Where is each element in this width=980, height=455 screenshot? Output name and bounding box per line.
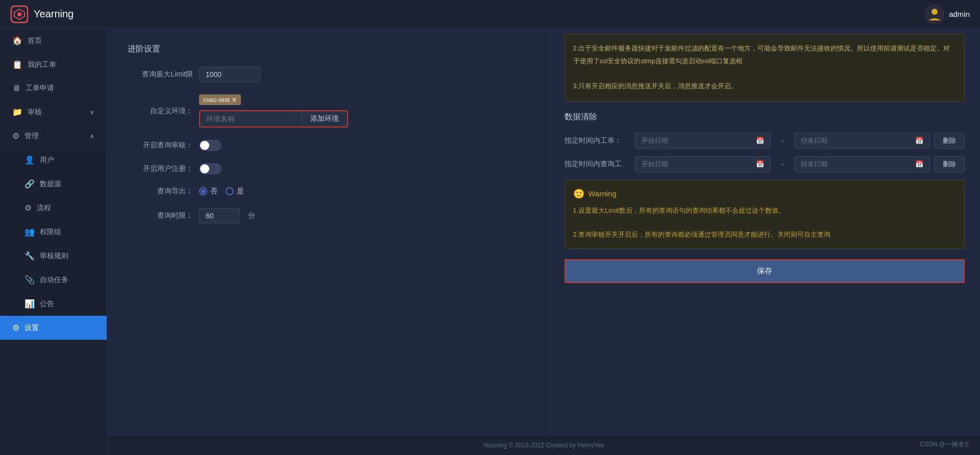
- query-export-radio-group: 否 是: [199, 187, 244, 196]
- main-content: 进阶设置 查询最大Limit限 自定义环境： cvec: [107, 29, 980, 455]
- sidebar: 🏠 首页 📋 我的工单 🖥 工单申请 📁 审核 ∨ ⚙ 管理 ∧: [0, 29, 107, 455]
- svg-point-2: [17, 12, 21, 16]
- app-title: Yearning: [34, 8, 74, 20]
- env-name-input[interactable]: [200, 111, 302, 127]
- sidebar-label-audit: 审核: [28, 108, 42, 117]
- query-limit-content: [199, 67, 528, 82]
- query-order-start-date[interactable]: 开始日期 📅: [635, 156, 771, 172]
- sidebar-label-autotask: 自动任务: [40, 275, 68, 285]
- sidebar-item-audit[interactable]: 📁 审核 ∨: [0, 100, 107, 124]
- date-arrow-icon-2: →: [775, 160, 790, 168]
- two-col-layout: 进阶设置 查询最大Limit限 自定义环境： cvec: [107, 29, 980, 435]
- sidebar-label-home: 首页: [28, 36, 42, 45]
- query-order-label: 指定时间内查询工: [565, 160, 631, 169]
- query-export-content: 否 是: [199, 187, 528, 196]
- sidebar-item-settings[interactable]: ⚙ 设置: [0, 316, 107, 340]
- sidebar-item-applyworkorder[interactable]: 🖥 工单申请: [0, 77, 107, 100]
- query-timeout-content: 分: [199, 208, 528, 223]
- query-order-end-placeholder: 结束日期: [801, 160, 827, 169]
- calendar-icon-3: 📅: [756, 160, 764, 168]
- radio-yes-label: 是: [237, 187, 244, 196]
- workorder-delete-button[interactable]: 删除: [934, 133, 965, 149]
- workorder-start-date[interactable]: 开始日期 📅: [635, 133, 771, 149]
- home-icon: 🏠: [12, 36, 22, 45]
- sidebar-item-home[interactable]: 🏠 首页: [0, 29, 107, 53]
- sidebar-label-myworkorder: 我的工单: [28, 60, 56, 69]
- sidebar-item-workflow[interactable]: ⚙ 流程: [0, 196, 107, 220]
- timeout-unit: 分: [248, 211, 255, 220]
- manage-inner: ⚙ 管理: [12, 131, 39, 141]
- calendar-icon: 📅: [756, 137, 764, 144]
- query-order-end-date[interactable]: 结束日期 📅: [794, 156, 930, 172]
- left-column: 进阶设置 查询最大Limit限 自定义环境： cvec: [107, 29, 549, 435]
- info-text-1: 2.出于安全邮件服务器快捷对于发邮件过滤的配置有一个地方，可能会导致邮件无法接收…: [573, 44, 950, 65]
- warning-smiley-icon: 🙂: [573, 188, 584, 199]
- query-timeout-label: 查询时限：: [128, 211, 199, 220]
- query-limit-input[interactable]: [199, 67, 260, 82]
- workorder-start-placeholder: 开始日期: [642, 136, 668, 145]
- query-order-row: 指定时间内查询工 开始日期 📅 → 结束日期 📅 删除: [565, 156, 965, 172]
- save-button[interactable]: 保存: [565, 259, 965, 283]
- content-area: 进阶设置 查询最大Limit限 自定义环境： cvec: [107, 29, 980, 435]
- avatar: [925, 5, 944, 23]
- toggle-knob-2: [200, 164, 209, 173]
- info-text-2: 3.只有开启相应的消息推送开关后，消息推送才会开启。: [573, 82, 738, 90]
- logo: Yearning: [10, 5, 74, 23]
- sidebar-label-notice: 公告: [40, 299, 54, 309]
- workorder-end-date[interactable]: 结束日期 📅: [794, 133, 930, 149]
- advanced-settings-title: 进阶设置: [128, 44, 528, 55]
- datasource-icon: 🔗: [24, 179, 35, 189]
- sidebar-item-manage[interactable]: ⚙ 管理 ∧: [0, 124, 107, 148]
- audit-inner: 📁 审核: [12, 107, 42, 117]
- calendar-icon-2: 📅: [915, 137, 923, 144]
- query-limit-label: 查询最大Limit限: [128, 70, 199, 79]
- user-name-label: admin: [949, 10, 970, 18]
- warning-title-text: Warning: [589, 189, 617, 198]
- data-clear-title: 数据清除: [565, 112, 965, 122]
- sidebar-item-notice[interactable]: 📊 公告: [0, 292, 107, 316]
- apply-icon: 🖥: [12, 84, 20, 93]
- svg-point-4: [932, 9, 938, 15]
- radio-yes[interactable]: 是: [226, 187, 244, 196]
- save-section: 保存: [565, 259, 965, 283]
- sidebar-item-users[interactable]: 👤 用户: [0, 148, 107, 172]
- chevron-up-icon: ∧: [90, 133, 94, 140]
- sidebar-item-autotask[interactable]: 📎 自动任务: [0, 268, 107, 292]
- chevron-down-icon: ∨: [90, 109, 94, 116]
- sidebar-item-permission[interactable]: 👥 权限组: [0, 220, 107, 244]
- audit-icon: 📁: [12, 107, 22, 117]
- watermark-text: CSDN @一掬净土: [920, 441, 970, 448]
- query-timeout-row: 查询时限： 分: [128, 208, 528, 223]
- query-audit-label: 开启查询审核：: [128, 141, 199, 150]
- query-limit-row: 查询最大Limit限: [128, 67, 528, 82]
- settings-icon: ⚙: [12, 323, 19, 333]
- sidebar-item-datasource[interactable]: 🔗 数据源: [0, 172, 107, 196]
- toggle-knob: [200, 141, 209, 150]
- sidebar-item-auditrules[interactable]: 🔧 审核规则: [0, 244, 107, 268]
- sidebar-label-workflow: 流程: [37, 204, 51, 213]
- sidebar-label-auditrules: 审核规则: [40, 251, 68, 261]
- radio-no-label: 否: [210, 187, 217, 196]
- sidebar-submenu: 👤 用户 🔗 数据源 ⚙ 流程 👥 权限组 🔧 审核规则 📎 自动任务: [0, 148, 107, 316]
- info-box: 2.出于安全邮件服务器快捷对于发邮件过滤的配置有一个地方，可能会导致邮件无法接收…: [565, 34, 965, 102]
- autotask-icon: 📎: [24, 275, 35, 285]
- permission-icon: 👥: [24, 227, 35, 237]
- sidebar-label-manage: 管理: [24, 132, 39, 141]
- radio-no[interactable]: 否: [199, 187, 217, 196]
- manage-icon: ⚙: [12, 131, 19, 141]
- env-add-button[interactable]: 添加环境: [302, 111, 347, 127]
- warning-title-row: 🙂 Warning: [573, 188, 957, 199]
- sidebar-label-permission: 权限组: [40, 228, 61, 237]
- workorder-row: 指定时间内工单： 开始日期 📅 → 结束日期 📅 删除: [565, 133, 965, 149]
- query-timeout-input[interactable]: [199, 208, 240, 223]
- calendar-icon-4: 📅: [915, 160, 923, 168]
- user-register-toggle[interactable]: [199, 163, 222, 174]
- env-tags: cvec-test ✕: [199, 94, 241, 105]
- warning-line-1: 1.设置最大Limit数后，所有的查询语句的查询结果都不会超过这个数值。: [573, 207, 785, 214]
- sidebar-item-myworkorder[interactable]: 📋 我的工单: [0, 53, 107, 77]
- env-tag-label: cvec-test: [203, 96, 230, 104]
- env-tag-close-icon[interactable]: ✕: [232, 96, 237, 104]
- query-order-delete-button[interactable]: 删除: [934, 156, 965, 172]
- notice-icon: 📊: [24, 299, 35, 309]
- query-audit-toggle[interactable]: [199, 140, 222, 151]
